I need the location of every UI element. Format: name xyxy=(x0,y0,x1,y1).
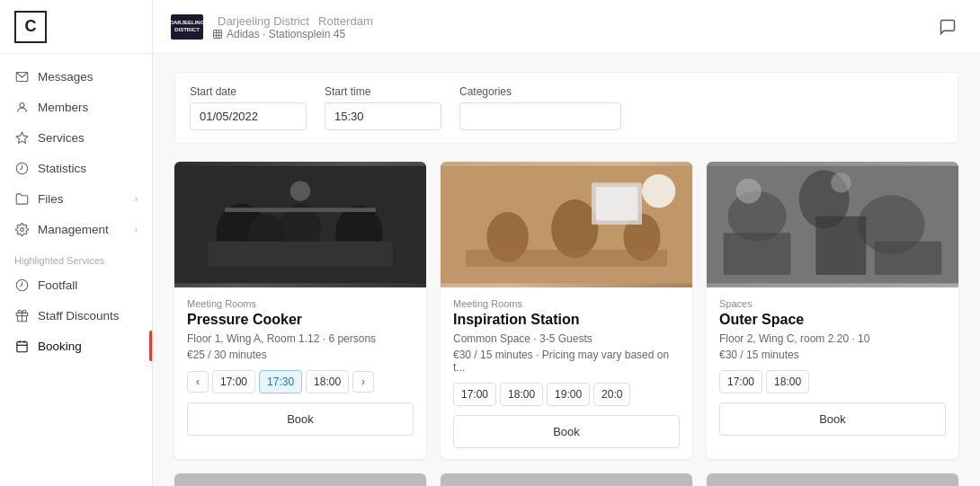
svg-point-1 xyxy=(20,102,24,107)
svg-rect-27 xyxy=(596,187,638,220)
sidebar-item-members[interactable]: Members xyxy=(0,92,152,122)
svg-rect-28 xyxy=(466,250,667,267)
start-time-input[interactable] xyxy=(325,102,441,130)
star-icon xyxy=(14,130,29,145)
card-1-book-button[interactable]: Book xyxy=(187,402,414,436)
card-1-photo xyxy=(174,162,426,287)
card-2-slot-1900[interactable]: 19:00 xyxy=(547,383,590,406)
card-2-photo xyxy=(441,162,692,287)
sidebar-item-files-label: Files xyxy=(38,192,64,206)
sidebar-logo: C xyxy=(0,0,152,54)
location-city: Rotterdam xyxy=(318,14,373,28)
card-1-slot-1730[interactable]: 17:30 xyxy=(259,370,302,393)
card-1-prev-slot[interactable]: ‹ xyxy=(187,371,209,393)
card-2-slot-1800[interactable]: 18:00 xyxy=(500,383,543,406)
sidebar-item-management[interactable]: Management › xyxy=(0,214,152,244)
chevron-right-icon: › xyxy=(135,194,138,204)
location-info: Darjeeling District Rotterdam Adidas · S… xyxy=(212,13,373,40)
card-3-book-button[interactable]: Book xyxy=(719,402,946,436)
sidebar-item-booking[interactable]: Booking xyxy=(0,331,152,361)
card-3-location: Floor 2, Wing C, room 2.20 · 10 xyxy=(719,332,946,345)
card-1-price: €25 / 30 minutes xyxy=(187,349,414,361)
card-1-image xyxy=(174,162,426,287)
card-3-title: Outer Space xyxy=(719,312,946,328)
bottom-card-2-image xyxy=(441,473,692,486)
svg-rect-37 xyxy=(875,242,942,275)
sidebar: C Messages Members xyxy=(0,0,153,486)
categories-input[interactable] xyxy=(459,102,621,130)
card-3-price: €30 / 15 minutes xyxy=(719,349,946,361)
card-1-location: Floor 1, Wing A, Room 1.12 · 6 persons xyxy=(187,332,414,345)
sidebar-item-management-label: Management xyxy=(38,223,109,236)
header-location: DARJEELING DISTRICT Darjeeling District … xyxy=(171,13,373,40)
bottom-card-3 xyxy=(707,473,958,486)
sidebar-item-members-label: Members xyxy=(38,101,88,114)
card-1-time-slots: ‹ 17:00 17:30 18:00 › xyxy=(187,370,414,393)
chat-button[interactable] xyxy=(933,13,962,41)
filters-bar: Start date Start time Categories xyxy=(174,72,958,144)
card-1-next-slot[interactable]: › xyxy=(352,371,374,393)
sidebar-item-statistics-label: Statistics xyxy=(38,162,86,175)
card-3-body: Spaces Outer Space Floor 2, Wing C, room… xyxy=(707,287,958,446)
sidebar-item-services[interactable]: Services xyxy=(0,122,152,153)
svg-rect-8 xyxy=(16,341,26,351)
card-1-slot-1700[interactable]: 17:00 xyxy=(212,370,255,393)
card-2-book-button[interactable]: Book xyxy=(453,415,680,448)
header-actions xyxy=(933,13,962,41)
location-sub: Adidas · Stationsplein 45 xyxy=(212,28,373,40)
sidebar-item-services-label: Services xyxy=(38,131,85,145)
highlighted-services-label: Highlighted Services xyxy=(0,244,152,270)
chart-icon xyxy=(14,161,29,175)
sidebar-item-footfall[interactable]: Footfall xyxy=(0,270,152,300)
service-card-1: Meeting Rooms Pressure Cooker Floor 1, W… xyxy=(174,162,426,459)
location-logo: DARJEELING DISTRICT xyxy=(171,14,203,40)
card-2-location: Common Space · 3-5 Guests xyxy=(453,332,680,345)
svg-rect-18 xyxy=(225,208,376,212)
bottom-card-1 xyxy=(174,473,426,486)
chat-icon xyxy=(939,18,957,36)
svg-point-24 xyxy=(551,199,598,258)
svg-rect-12 xyxy=(214,31,222,39)
folder-icon xyxy=(14,191,29,206)
svg-rect-36 xyxy=(815,216,866,275)
bottom-card-2 xyxy=(441,473,692,486)
svg-rect-20 xyxy=(208,242,392,267)
card-1-slot-1800[interactable]: 18:00 xyxy=(306,370,349,393)
location-name: Darjeeling District Rotterdam xyxy=(212,13,373,28)
card-2-body: Meeting Rooms Inspiration Station Common… xyxy=(441,287,692,459)
service-card-3: Spaces Outer Space Floor 2, Wing C, room… xyxy=(707,162,958,459)
sidebar-item-files[interactable]: Files › xyxy=(0,183,152,214)
gear-icon xyxy=(14,222,29,236)
svg-marker-2 xyxy=(16,132,28,143)
filter-start-time: Start time xyxy=(325,85,441,130)
gift-icon xyxy=(14,308,29,323)
sidebar-item-staff-discounts-label: Staff Discounts xyxy=(38,309,120,323)
sidebar-item-staff-discounts[interactable]: Staff Discounts xyxy=(0,300,152,331)
chevron-right-icon-mgmt: › xyxy=(135,225,138,234)
sidebar-item-messages-label: Messages xyxy=(38,70,94,84)
sidebar-item-footfall-label: Footfall xyxy=(38,278,77,292)
filter-start-date: Start date xyxy=(190,85,307,130)
footfall-icon xyxy=(14,278,29,292)
card-3-slot-1800[interactable]: 18:00 xyxy=(766,370,809,393)
bottom-card-1-image xyxy=(174,473,426,486)
sidebar-item-booking-label: Booking xyxy=(38,340,82,353)
card-2-image xyxy=(441,162,692,287)
person-icon xyxy=(14,100,29,114)
card-2-slot-2000[interactable]: 20:0 xyxy=(593,383,630,406)
start-date-label: Start date xyxy=(190,85,307,98)
content-area: Start date Start time Categories xyxy=(153,54,980,486)
service-card-2: Meeting Rooms Inspiration Station Common… xyxy=(441,162,692,459)
start-date-input[interactable] xyxy=(190,102,307,130)
sidebar-item-statistics[interactable]: Statistics xyxy=(0,153,152,183)
calendar-icon xyxy=(14,339,29,353)
start-time-label: Start time xyxy=(325,85,441,98)
card-3-slot-1700[interactable]: 17:00 xyxy=(719,370,762,393)
card-3-category: Spaces xyxy=(719,298,946,309)
categories-label: Categories xyxy=(459,85,621,98)
sidebar-nav: Messages Members Services xyxy=(0,54,152,486)
app-logo: C xyxy=(14,11,47,43)
sidebar-item-messages[interactable]: Messages xyxy=(0,61,152,92)
bottom-card-3-image xyxy=(707,473,958,486)
card-2-slot-1700[interactable]: 17:00 xyxy=(453,383,496,406)
